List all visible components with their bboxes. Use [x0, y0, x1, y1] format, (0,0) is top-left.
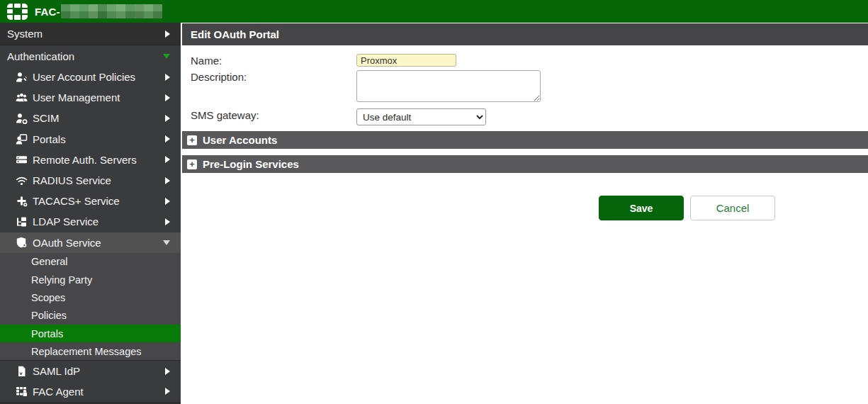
expand-icon[interactable]: + [187, 159, 197, 169]
sidebar-item-label: Scopes [31, 292, 65, 303]
chevron-right-icon [165, 388, 170, 395]
sidebar-item-tacacs-service[interactable]: TACACS+ Service [0, 191, 181, 211]
form-actions: Save Cancel [599, 196, 868, 220]
user-window-icon [16, 133, 28, 145]
user-sync-icon [16, 113, 28, 124]
sidebar-item-portals[interactable]: Portals [0, 129, 181, 150]
sidebar-item-label: Policies [31, 310, 67, 321]
sidebar-item-oauth-relying-party[interactable]: Relying Party [0, 271, 181, 288]
save-button[interactable]: Save [599, 196, 684, 220]
hierarchy-icon [16, 216, 28, 228]
chevron-down-icon [163, 240, 170, 245]
servers-icon [16, 154, 28, 165]
grid-lock-icon [16, 386, 28, 397]
cancel-button[interactable]: Cancel [690, 196, 775, 220]
chevron-right-icon [165, 115, 170, 122]
page-title: Edit OAuth Portal [182, 23, 868, 45]
sidebar-item-user-management[interactable]: User Management [0, 87, 181, 108]
chevron-right-icon [165, 94, 170, 101]
section-label: User Accounts [203, 134, 277, 146]
top-bar: FAC- [0, 0, 868, 23]
sidebar-item-oauth-replacement-messages[interactable]: Replacement Messages [0, 342, 181, 360]
sidebar-item-oauth-policies[interactable]: Policies [0, 307, 181, 325]
sidebar-item-oauth-general[interactable]: General [0, 253, 181, 271]
users-icon [16, 92, 28, 103]
expand-icon[interactable]: + [187, 135, 197, 145]
chevron-right-icon [165, 74, 170, 81]
sms-gateway-select[interactable]: Use default [356, 108, 486, 125]
section-label: Pre-Login Services [203, 158, 299, 170]
product-name: FAC- [35, 6, 60, 18]
chevron-right-icon [165, 177, 170, 184]
sidebar-item-label: LDAP Service [33, 215, 98, 228]
sidebar-item-label: System [7, 28, 43, 40]
sidebar-item-label: Portals [33, 133, 66, 145]
section-user-accounts[interactable]: + User Accounts [182, 131, 868, 149]
sidebar-item-radius-service[interactable]: RADIUS Service [0, 170, 181, 191]
sidebar-item-label: Authentication [7, 50, 74, 62]
oauth-portal-form: Name: Description: SMS gateway: Use defa… [182, 45, 868, 131]
sms-gateway-label: SMS gateway: [191, 108, 356, 121]
sidebar-item-label: SCIM [33, 112, 60, 124]
description-label: Description: [191, 70, 356, 83]
sidebar-item-label: Replacement Messages [31, 346, 142, 357]
sidebar-nav: System Authentication User Account Polic… [0, 23, 181, 404]
sidebar-item-label: General [31, 256, 68, 267]
cross-nodes-icon [16, 196, 28, 207]
sidebar-item-scim[interactable]: SCIM [0, 108, 181, 128]
sidebar-item-oauth-portals[interactable]: Portals [0, 325, 181, 342]
document-icon [16, 366, 28, 377]
chevron-right-icon [165, 198, 170, 205]
shield-icon [16, 237, 28, 248]
name-field[interactable] [356, 54, 456, 67]
chevron-right-icon [165, 218, 170, 225]
sidebar-item-saml-idp[interactable]: SAML IdP [0, 360, 181, 381]
sidebar-item-label: Portals [31, 328, 63, 340]
section-pre-login-services[interactable]: + Pre-Login Services [182, 155, 868, 173]
chevron-right-icon [165, 368, 170, 375]
sidebar-item-remote-auth-servers[interactable]: Remote Auth. Servers [0, 150, 181, 170]
sidebar-item-label: User Account Policies [33, 71, 135, 83]
sidebar-item-label: User Management [33, 91, 120, 103]
sidebar-item-ldap-service[interactable]: LDAP Service [0, 211, 181, 232]
sidebar-item-user-account-policies[interactable]: User Account Policies [0, 67, 181, 87]
name-label: Name: [191, 54, 356, 67]
sidebar-item-label: TACACS+ Service [33, 195, 120, 207]
sidebar-item-label: SAML IdP [33, 365, 80, 377]
sidebar-item-label: OAuth Service [33, 237, 101, 249]
chevron-right-icon [165, 156, 170, 163]
user-wrench-icon [16, 72, 28, 83]
sidebar-item-label: RADIUS Service [33, 174, 111, 186]
sidebar-item-label: FAC Agent [33, 386, 84, 398]
sidebar-item-fac-agent[interactable]: FAC Agent [0, 381, 181, 402]
fortinet-logo-icon [7, 4, 28, 20]
sidebar-item-label: Relying Party [31, 274, 92, 286]
sidebar-item-authentication[interactable]: Authentication [0, 45, 181, 67]
sidebar-item-label: Remote Auth. Servers [33, 154, 137, 166]
chevron-down-icon [163, 54, 170, 59]
wifi-icon [16, 175, 28, 186]
chevron-right-icon [165, 135, 170, 142]
sidebar-item-oauth-scopes[interactable]: Scopes [0, 288, 181, 306]
main-content: Edit OAuth Portal Name: Description: SMS… [181, 23, 868, 404]
chevron-right-icon [165, 30, 170, 38]
description-field[interactable] [356, 70, 541, 102]
redacted-hostname [61, 4, 162, 18]
sidebar-item-system[interactable]: System [0, 23, 181, 45]
sidebar-item-oauth-service[interactable]: OAuth Service [0, 232, 181, 253]
